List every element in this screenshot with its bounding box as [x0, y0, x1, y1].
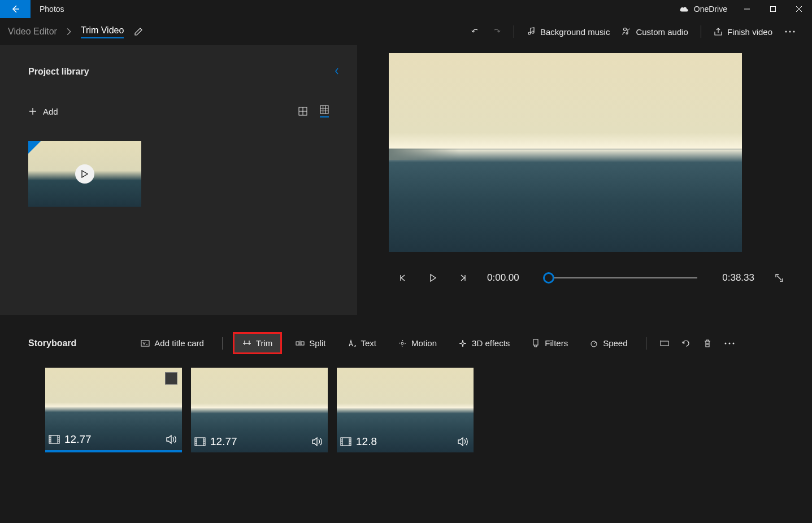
breadcrumb-root[interactable]: Video Editor — [8, 27, 57, 37]
add-label: Add — [43, 107, 58, 116]
minimize-button[interactable] — [734, 0, 760, 18]
library-clip-thumbnail[interactable] — [28, 141, 141, 207]
play-overlay-icon — [75, 164, 94, 184]
clip-duration: 12.8 — [356, 435, 377, 448]
svg-point-17 — [728, 342, 730, 344]
svg-rect-13 — [533, 339, 538, 345]
clip-volume-button[interactable] — [458, 437, 470, 447]
clip-volume-button[interactable] — [166, 434, 179, 444]
trim-button[interactable]: Trim — [233, 332, 282, 354]
sparkle-icon — [458, 339, 467, 348]
finish-video-label: Finish video — [727, 27, 772, 37]
custom-audio-button[interactable]: Custom audio — [622, 27, 688, 37]
svg-point-16 — [724, 342, 726, 344]
chevron-right-icon — [65, 28, 73, 36]
grid-small-icon — [320, 105, 329, 114]
text-label: Text — [361, 338, 377, 348]
edit-name-button[interactable] — [134, 27, 143, 36]
clip-select-checkbox[interactable] — [165, 372, 177, 385]
current-time: 0:00.00 — [487, 272, 519, 284]
film-icon — [194, 437, 206, 446]
split-label: Split — [309, 338, 325, 348]
used-indicator-icon — [28, 141, 41, 154]
svg-point-1 — [624, 28, 627, 31]
finish-video-button[interactable]: Finish video — [714, 27, 772, 37]
clip-duration: 12.77 — [210, 435, 237, 448]
svg-rect-7 — [141, 341, 149, 346]
add-title-card-button[interactable]: Add title card — [133, 334, 212, 352]
film-icon — [340, 437, 351, 446]
motion-button[interactable]: Motion — [390, 334, 445, 352]
svg-point-3 — [789, 31, 791, 33]
resize-button[interactable] — [657, 335, 672, 351]
storyboard-clip[interactable]: 12.77 — [45, 368, 182, 452]
filters-button[interactable]: Filters — [523, 334, 576, 352]
fullscreen-button[interactable] — [775, 273, 784, 282]
close-button[interactable] — [786, 0, 812, 18]
svg-rect-10 — [296, 342, 299, 345]
large-grid-view-button[interactable] — [298, 107, 307, 116]
project-library-panel: Project library Add — [0, 45, 357, 315]
svg-point-4 — [793, 31, 795, 33]
trim-icon — [242, 339, 251, 348]
collapse-library-button[interactable] — [332, 67, 341, 76]
svg-rect-0 — [771, 7, 776, 12]
trash-icon — [703, 339, 712, 348]
delete-button[interactable] — [700, 335, 715, 351]
film-icon — [49, 435, 60, 444]
svg-rect-15 — [661, 341, 668, 346]
play-button[interactable] — [428, 273, 437, 282]
storyboard-clip[interactable]: 12.77 — [191, 368, 328, 452]
storyboard-more-button[interactable] — [721, 339, 738, 348]
cloud-icon — [679, 6, 689, 12]
undo-button[interactable] — [471, 27, 480, 36]
split-button[interactable]: Split — [288, 334, 333, 352]
speed-button[interactable]: Speed — [581, 334, 635, 352]
breadcrumb-current[interactable]: Trim Video — [81, 25, 124, 38]
video-preview[interactable] — [389, 53, 742, 252]
onedrive-status[interactable]: OneDrive — [679, 5, 727, 14]
rotate-icon — [681, 339, 691, 348]
3d-effects-button[interactable]: 3D effects — [450, 334, 518, 352]
more-button[interactable] — [785, 30, 795, 33]
rotate-button[interactable] — [678, 335, 694, 351]
small-grid-view-button[interactable] — [320, 105, 329, 117]
app-title: Photos — [40, 5, 64, 14]
next-frame-button[interactable] — [458, 273, 467, 282]
text-button[interactable]: Text — [340, 334, 385, 352]
maximize-button[interactable] — [760, 0, 786, 18]
storyboard-clip[interactable]: 12.8 — [337, 368, 474, 452]
clip-duration: 12.77 — [64, 433, 92, 446]
redo-button — [492, 27, 501, 36]
svg-point-18 — [732, 342, 734, 344]
ellipsis-icon — [785, 30, 795, 33]
export-icon — [714, 27, 723, 36]
text-icon — [348, 339, 357, 348]
music-icon — [527, 27, 536, 36]
back-button[interactable] — [0, 0, 31, 18]
clip-volume-button[interactable] — [312, 437, 324, 447]
onedrive-label: OneDrive — [694, 5, 727, 14]
person-music-icon — [622, 27, 631, 36]
background-music-button[interactable]: Background music — [527, 27, 610, 37]
plus-icon — [28, 107, 37, 116]
seek-slider[interactable] — [544, 277, 698, 278]
speed-icon — [589, 339, 598, 348]
svg-point-9 — [249, 341, 250, 342]
aspect-icon — [660, 339, 669, 348]
ellipsis-icon — [724, 342, 735, 345]
total-time: 0:38.33 — [722, 272, 754, 284]
prev-frame-button[interactable] — [399, 273, 408, 282]
seek-handle[interactable] — [543, 272, 554, 284]
svg-point-2 — [785, 31, 787, 33]
motion-label: Motion — [411, 338, 437, 348]
add-media-button[interactable]: Add — [28, 107, 58, 116]
split-icon — [296, 339, 305, 348]
custom-audio-label: Custom audio — [636, 27, 688, 37]
storyboard-title: Storyboard — [28, 338, 76, 348]
add-title-card-label: Add title card — [154, 338, 204, 348]
trim-label: Trim — [256, 338, 272, 348]
grid-large-icon — [298, 107, 307, 116]
speed-label: Speed — [603, 338, 627, 348]
title-card-icon — [141, 339, 150, 348]
